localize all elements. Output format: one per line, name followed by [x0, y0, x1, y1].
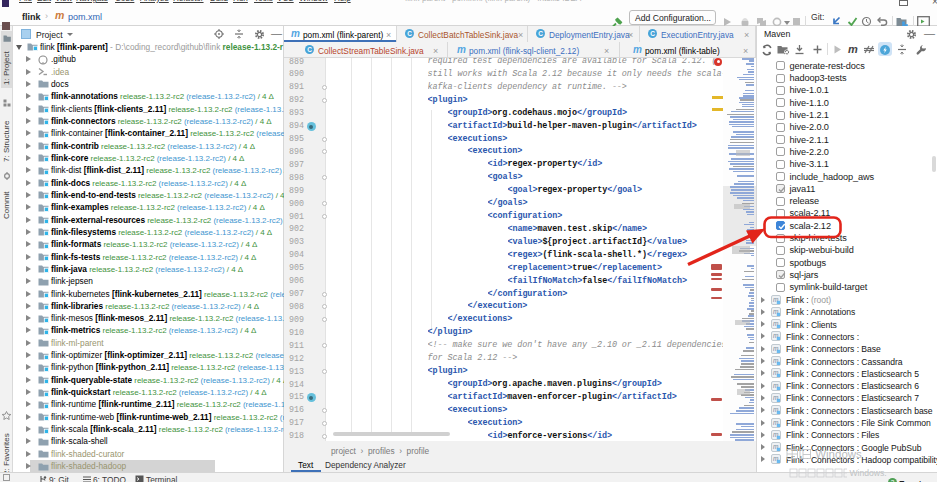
svg-text:2: 2 [891, 478, 895, 482]
svg-text:m: m [848, 44, 858, 55]
